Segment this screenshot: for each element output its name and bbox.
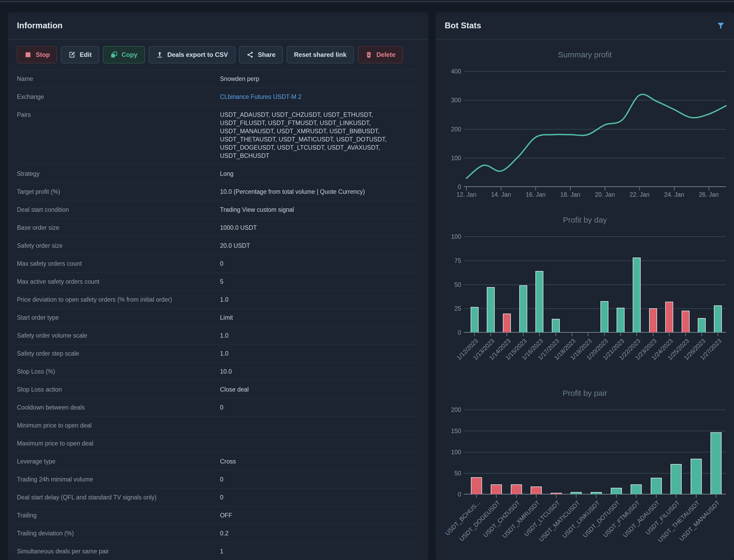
edit-button-label: Edit xyxy=(80,51,91,58)
bar xyxy=(552,319,560,332)
profit-by-pair-plot: 050100150200 xyxy=(466,410,726,494)
row-value: Limit xyxy=(220,314,419,322)
row-value: 0.2 xyxy=(220,529,419,538)
table-row: Safety order size20.0 USDT xyxy=(17,237,419,255)
table-row: Safety order step scale1.0 xyxy=(17,345,419,363)
table-row: NameSnowden perp xyxy=(17,70,419,88)
row-label: Base order size xyxy=(17,224,220,232)
profit-by-day-x-axis: 1/12/20231/13/20231/14/20231/15/20231/16… xyxy=(466,333,726,378)
bot-stats-panel: Bot Stats Summary profit 0100200300400 1… xyxy=(436,12,734,560)
bar xyxy=(571,492,582,494)
row-label: Pairs xyxy=(17,111,220,119)
table-row: PairsUSDT_ADAUSDT, USDT_CHZUSDT, USDT_ET… xyxy=(17,106,419,165)
y-tick-label: 0 xyxy=(458,184,461,190)
row-label: Strategy xyxy=(17,170,220,178)
table-row: StrategyLong xyxy=(17,165,419,183)
y-tick-label: 200 xyxy=(451,407,461,413)
row-label: Leverage type xyxy=(17,457,220,466)
gridline xyxy=(464,260,726,261)
row-label: Safety order size xyxy=(17,242,220,250)
bar xyxy=(535,271,543,332)
delete-button-label: Delete xyxy=(377,51,396,58)
row-label: Price deviation to open safety orders (%… xyxy=(17,296,220,304)
stop-button[interactable]: Stop xyxy=(17,46,57,63)
x-tick-label: USDT_XMRUSDT xyxy=(501,499,542,540)
table-row: Max active safety orders count5 xyxy=(17,273,419,291)
bar xyxy=(511,484,522,494)
row-value: CLbinance Futures USDT-M 2 xyxy=(220,93,419,101)
x-tick-label: 26. Jan xyxy=(699,191,719,198)
x-tick-label: USDT_LTCUSDT xyxy=(523,499,561,538)
gridline xyxy=(464,308,726,309)
share-button-label: Share xyxy=(258,51,276,58)
bar xyxy=(591,492,602,494)
row-label: Trading 24h minimal volume xyxy=(17,475,220,484)
row-value: 1000.0 USDT xyxy=(220,224,419,232)
bar xyxy=(682,311,690,332)
trash-icon xyxy=(365,51,373,58)
table-row: Stop Loss (%)10.0 xyxy=(17,363,419,381)
row-value: 10.0 xyxy=(220,368,419,376)
summary-profit-x-axis: 12. Jan14. Jan16. Jan18. Jan20. Jan22. J… xyxy=(466,187,726,204)
x-tick-label: 14. Jan xyxy=(491,191,511,198)
deals-export-csv-button[interactable]: Deals export to CSV xyxy=(149,46,235,63)
share-icon xyxy=(246,51,254,58)
profit-by-pair-chart: Profit by pair 050100150200 USDT_BCHUS..… xyxy=(436,389,734,558)
table-row: Leverage typeCross xyxy=(17,453,419,471)
gridline xyxy=(464,431,726,431)
row-label: Deal start condition xyxy=(17,206,220,214)
chart-title-summary-profit: Summary profit xyxy=(444,50,726,59)
y-tick-label: 200 xyxy=(451,126,461,132)
delete-button[interactable]: Delete xyxy=(358,46,403,63)
profit-by-day-plot: 0255075100 xyxy=(466,237,726,333)
y-tick-label: 300 xyxy=(451,97,461,103)
bar xyxy=(651,478,662,494)
chart-title-profit-by-pair: Profit by pair xyxy=(444,389,726,398)
row-value: 5 xyxy=(220,278,419,286)
gridline xyxy=(464,236,726,237)
top-nav-divider xyxy=(0,0,734,2)
copy-button-label: Copy xyxy=(122,51,137,58)
bar xyxy=(691,459,702,494)
row-label: Safety order volume scale xyxy=(17,332,220,340)
y-tick-label: 0 xyxy=(458,330,461,336)
row-label: Name xyxy=(17,75,220,83)
x-tick-label: USDT_DOTUSDT xyxy=(581,499,621,539)
row-value: Snowden perp xyxy=(220,75,419,83)
x-tick-label: USDT_CHZUSDT xyxy=(482,499,521,539)
page-layout: Information Stop Edit Copy Deals export … xyxy=(0,2,734,560)
y-tick-label: 25 xyxy=(454,306,461,312)
bar xyxy=(531,486,542,494)
row-label: Simultaneous deals per same pair xyxy=(17,547,220,556)
share-button[interactable]: Share xyxy=(239,46,283,63)
filter-icon[interactable] xyxy=(717,21,725,30)
copy-button[interactable]: Copy xyxy=(103,46,145,63)
y-tick-label: 100 xyxy=(451,155,461,161)
row-label: Trailing xyxy=(17,511,220,520)
row-label: Max safety orders count xyxy=(17,260,220,268)
gridline xyxy=(464,473,726,474)
bar xyxy=(600,301,608,332)
bot-stats-header: Bot Stats xyxy=(436,12,734,40)
deals-export-csv-label: Deals export to CSV xyxy=(167,51,228,58)
row-value: 1.0 xyxy=(220,332,419,340)
profit-by-pair-x-axis: USDT_BCHUS...USDT_DOGEUSDTUSDT_CHZUSDTUS… xyxy=(466,494,726,558)
reset-shared-link-label: Reset shared link xyxy=(294,51,347,58)
table-row: Cooldown between deals0 xyxy=(17,399,419,417)
y-tick-label: 150 xyxy=(451,428,461,434)
table-row: Trailing deviation (%)0.2 xyxy=(17,525,419,543)
edit-button[interactable]: Edit xyxy=(61,46,99,63)
x-tick-label: 22. Jan xyxy=(630,191,649,198)
profit-by-day-chart: Profit by day 0255075100 1/12/20231/13/2… xyxy=(436,215,734,378)
exchange-link[interactable]: CLbinance Futures USDT-M 2 xyxy=(220,93,301,100)
bar xyxy=(491,484,502,494)
bar xyxy=(649,308,657,332)
summary-profit-plot: 0100200300400 xyxy=(466,71,726,187)
reset-shared-link-button[interactable]: Reset shared link xyxy=(287,46,354,63)
profit-line-series xyxy=(466,71,726,187)
row-value: 0 xyxy=(220,260,419,268)
row-value: Long xyxy=(220,170,419,178)
bar xyxy=(698,318,706,332)
bar xyxy=(671,464,682,494)
row-label: Cooldown between deals xyxy=(17,403,220,412)
